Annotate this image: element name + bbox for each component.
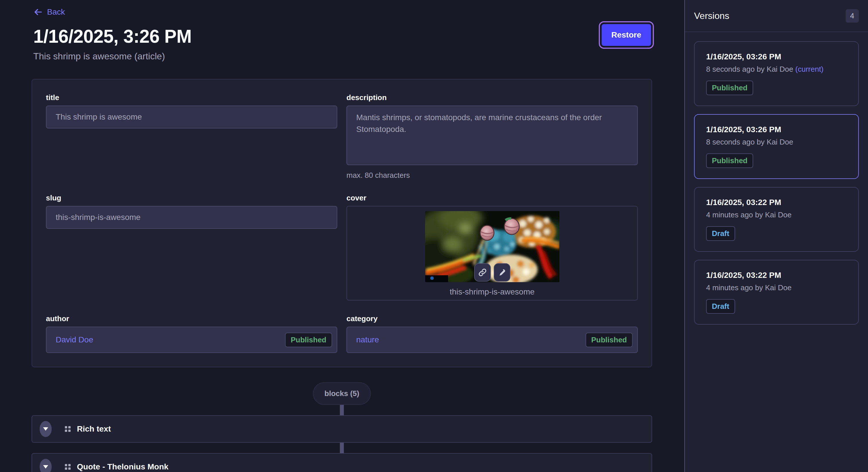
versions-list: 1/16/2025, 03:26 PM 8 seconds ago by Kai… — [685, 32, 868, 334]
description-hint: max. 80 characters — [346, 171, 638, 180]
version-status-badge: Draft — [706, 299, 735, 314]
title-label: title — [46, 93, 337, 102]
block-row: Quote - Thelonius Monk — [32, 453, 652, 472]
slug-label: slug — [46, 194, 337, 202]
version-date: 1/16/2025, 03:26 PM — [706, 125, 847, 134]
block-title: Quote - Thelonius Monk — [77, 462, 168, 471]
block-title: Rich text — [77, 425, 111, 434]
blocks-count-pill[interactable]: blocks (5) — [313, 382, 371, 405]
version-card[interactable]: 1/16/2025, 03:22 PM 4 minutes ago by Kai… — [694, 187, 859, 252]
main-area: Back 1/16/2025, 3:26 PM This shrimp is a… — [0, 0, 684, 472]
author-relation: David Doe Published — [46, 327, 337, 353]
drag-handle-icon[interactable] — [65, 464, 71, 470]
version-date: 1/16/2025, 03:22 PM — [706, 198, 847, 207]
slug-input[interactable] — [46, 206, 337, 229]
version-status-badge: Draft — [706, 226, 735, 241]
field-category: category nature Published — [346, 314, 638, 353]
blocks-section: blocks (5) Rich text Quote - Thelonius M… — [32, 382, 652, 472]
page-subtitle: This shrimp is awesome (article) — [33, 51, 684, 62]
history-page: Back 1/16/2025, 3:26 PM This shrimp is a… — [0, 0, 868, 472]
version-meta: 8 seconds ago by Kai Doe (current) — [706, 65, 847, 74]
version-meta: 4 minutes ago by Kai Doe — [706, 210, 847, 220]
cover-filename: this-shrimp-is-awesome — [347, 287, 637, 297]
version-meta: 4 minutes ago by Kai Doe — [706, 283, 847, 292]
edit-media-button[interactable] — [494, 263, 510, 281]
title-input[interactable] — [46, 105, 337, 129]
versions-title: Versions — [694, 11, 730, 21]
block-row: Rich text — [32, 415, 652, 443]
category-relation: nature Published — [346, 327, 638, 353]
field-title: title — [46, 93, 337, 129]
category-status-badge: Published — [586, 333, 632, 347]
copy-link-button[interactable] — [474, 263, 491, 281]
author-label: author — [46, 314, 337, 323]
version-meta: 8 seconds ago by Kai Doe — [706, 138, 847, 146]
description-input[interactable]: Mantis shrimps, or stomatopods, are mari… — [346, 105, 638, 165]
author-link[interactable]: David Doe — [56, 335, 93, 344]
blocks-list: Rich text Quote - Thelonius Monk — [32, 405, 652, 472]
versions-sidebar: Versions 4 1/16/2025, 03:26 PM 8 seconds… — [684, 0, 868, 472]
versions-count-badge: 4 — [846, 9, 859, 23]
version-status-badge: Published — [706, 80, 753, 95]
author-status-badge: Published — [285, 333, 332, 347]
back-label: Back — [47, 7, 65, 16]
caret-down-icon — [43, 465, 48, 469]
expand-block-button[interactable] — [40, 421, 52, 437]
versions-header: Versions 4 — [685, 0, 868, 32]
link-icon — [478, 268, 487, 277]
category-link[interactable]: nature — [356, 335, 379, 344]
page-title: 1/16/2025, 3:26 PM — [33, 26, 684, 47]
version-form-card: title description Mantis shrimps, or sto… — [32, 79, 652, 367]
expand-block-button[interactable] — [40, 459, 52, 472]
version-card[interactable]: 1/16/2025, 03:22 PM 4 minutes ago by Kai… — [694, 260, 859, 325]
field-slug: slug — [46, 194, 337, 229]
drag-handle-icon[interactable] — [65, 426, 71, 432]
cover-label: cover — [346, 194, 638, 202]
pencil-icon — [498, 268, 506, 276]
version-current-tag: (current) — [795, 65, 824, 73]
version-card[interactable]: 1/16/2025, 03:26 PM 8 seconds ago by Kai… — [694, 114, 859, 179]
field-cover: cover — [346, 194, 638, 301]
block-connector-line — [340, 443, 344, 453]
version-date: 1/16/2025, 03:22 PM — [706, 271, 847, 280]
back-link[interactable]: Back — [0, 0, 65, 16]
block-connector-line — [340, 405, 344, 415]
cover-media-card: this-shrimp-is-awesome — [346, 206, 638, 301]
restore-button[interactable]: Restore — [601, 24, 651, 46]
version-date: 1/16/2025, 03:26 PM — [706, 52, 847, 61]
cover-actions — [474, 263, 510, 281]
version-status-badge: Published — [706, 154, 753, 168]
field-description: description Mantis shrimps, or stomatopo… — [346, 93, 638, 180]
category-label: category — [346, 314, 638, 323]
field-author: author David Doe Published — [46, 314, 337, 353]
caret-down-icon — [43, 427, 48, 431]
arrow-left-icon — [33, 7, 42, 16]
description-label: description — [346, 93, 638, 102]
version-card[interactable]: 1/16/2025, 03:26 PM 8 seconds ago by Kai… — [694, 41, 859, 106]
